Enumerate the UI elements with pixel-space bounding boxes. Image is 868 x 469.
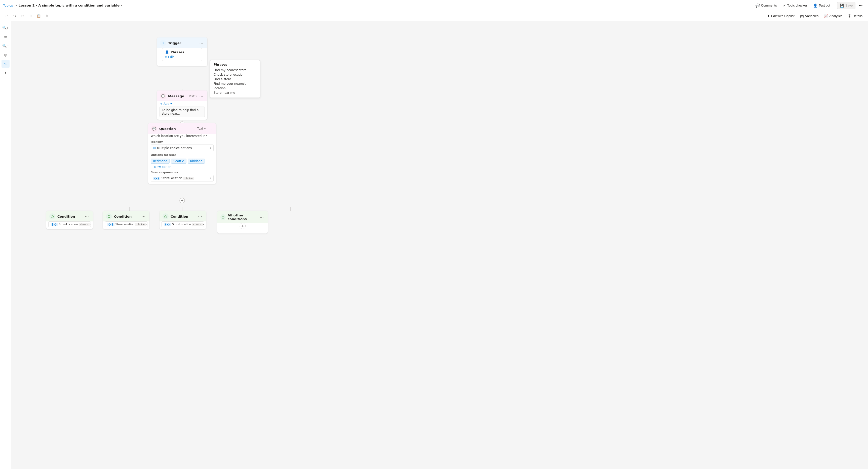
paste-button[interactable]: 📋 xyxy=(35,12,42,20)
save-response-chevron-right-icon: › xyxy=(210,176,211,180)
condition-node-3-row[interactable]: {x} StoreLocation choice › xyxy=(161,222,204,227)
svg-point-9 xyxy=(180,198,185,203)
new-option-button[interactable]: + New option xyxy=(151,165,214,169)
message-text-badge[interactable]: Text ▾ xyxy=(188,94,197,98)
zoom-in-button[interactable]: 🔍+ xyxy=(1,24,9,32)
message-add-button[interactable]: + Add ▾ xyxy=(159,101,205,107)
message-text-label: Text xyxy=(188,94,194,98)
identify-select-chevron-right-icon: › xyxy=(210,146,211,150)
all-other-node-title: All other conditions xyxy=(228,213,259,221)
all-other-conditions-node: ⬡ All other conditions ⋯ + xyxy=(217,211,268,234)
delete-button[interactable]: 🗑 xyxy=(43,12,50,20)
condition-2-icon: ⬡ xyxy=(106,213,112,220)
message-text-chevron-down-icon: ▾ xyxy=(195,95,197,98)
phrases-tooltip: Phrases Find my nearest store Check stor… xyxy=(210,60,260,98)
condition-node-1-header-left: ⬡ Condition xyxy=(49,213,75,220)
plus-icon: + xyxy=(160,102,162,106)
all-other-node-header-left: ⬡ All other conditions xyxy=(220,213,259,221)
condition-node-2-row[interactable]: {x} StoreLocation choice › xyxy=(105,222,148,227)
trigger-node-menu-button[interactable]: ⋯ xyxy=(198,40,204,46)
copilot-icon: ✦ xyxy=(767,14,770,18)
question-text-badge[interactable]: Text ▾ xyxy=(197,127,206,130)
all-other-node-menu-button[interactable]: ⋯ xyxy=(259,214,265,220)
top-bar-actions: 💬 Comments ✓ Topic checker 👤 Test bot 💾 … xyxy=(753,2,865,9)
phrases-tooltip-title: Phrases xyxy=(214,63,256,66)
condition-node-3: ⬡ Condition ⋯ {x} StoreLocation choice › xyxy=(159,211,206,229)
condition-node-3-menu-button[interactable]: ⋯ xyxy=(197,214,203,220)
option-chip-seattle[interactable]: Seattle xyxy=(171,159,186,164)
topic-checker-button[interactable]: ✓ Topic checker xyxy=(780,2,810,9)
condition-choice-badge-3: choice xyxy=(192,223,203,226)
condition-var-icon-2: {x} xyxy=(107,223,115,226)
zoom-out-icon: 🔍− xyxy=(2,44,8,48)
var-name: StoreLocation xyxy=(161,176,182,180)
condition-choice-badge-1: choice xyxy=(79,223,89,226)
sparkle-button[interactable]: ✦ xyxy=(1,69,9,77)
variables-label: Variables xyxy=(805,14,818,18)
condition-node-2-menu-button[interactable]: ⋯ xyxy=(141,214,147,220)
map-icon: ◎ xyxy=(4,53,7,57)
zoom-out-button[interactable]: 🔍− xyxy=(1,42,9,50)
condition-row-2-chevron-right-icon: › xyxy=(146,223,147,226)
svg-text:+: + xyxy=(181,198,184,202)
new-option-plus-icon: + xyxy=(151,165,153,169)
var-badge: {x} StoreLocation choice xyxy=(153,176,194,180)
details-button[interactable]: ⓘ Details xyxy=(845,12,865,20)
question-node-body: Which location are you interested in? Id… xyxy=(148,134,216,184)
second-toolbar: ↩ ↪ ✂ ⎘ 📋 🗑 ✦ Edit with Copilot {x} Vari… xyxy=(0,11,868,21)
all-other-add-button[interactable]: + xyxy=(240,223,246,229)
question-node-header-left: 💬 Question xyxy=(151,126,176,132)
save-button[interactable]: 💾 Save xyxy=(837,2,856,9)
redo-button[interactable]: ↪ xyxy=(11,12,18,20)
connections-svg: + + + xyxy=(11,21,565,423)
cursor-tool-button[interactable]: ↖ xyxy=(1,60,9,68)
more-button[interactable]: ••• xyxy=(857,2,865,8)
message-node-header-left: 💬 Message xyxy=(160,93,184,99)
map-button[interactable]: ◎ xyxy=(1,51,9,59)
condition-node-1-menu-button[interactable]: ⋯ xyxy=(84,214,90,220)
crosshair-button[interactable]: ⊕ xyxy=(1,33,9,41)
save-response-label: Save response as xyxy=(151,171,214,174)
copy-button[interactable]: ⎘ xyxy=(27,12,34,20)
edit-tools: ↩ ↪ ✂ ⎘ 📋 🗑 xyxy=(3,12,50,20)
phrases-edit-link[interactable]: ✏ Edit xyxy=(165,55,199,59)
phrase-2: Check store location xyxy=(214,72,256,77)
analytics-label: Analytics xyxy=(829,14,842,18)
test-bot-button[interactable]: 👤 Test bot xyxy=(811,2,833,9)
question-node-title: Question xyxy=(159,127,176,131)
identify-select[interactable]: ⊞ Multiple choice options › xyxy=(151,144,214,151)
comments-button[interactable]: 💬 Comments xyxy=(753,2,779,9)
edit-copilot-button[interactable]: ✦ Edit with Copilot xyxy=(765,13,797,19)
all-other-icon: ⬡ xyxy=(220,214,226,220)
topic-title-chevron-down-icon[interactable]: ▾ xyxy=(121,4,123,7)
question-node-menu-button[interactable]: ⋯ xyxy=(207,126,213,132)
canvas[interactable]: + + + ⚡ Trigger xyxy=(11,21,868,469)
condition-var-icon-3: {x} xyxy=(164,223,171,226)
option-chip-redmond[interactable]: Redmond xyxy=(151,159,169,164)
save-response-select[interactable]: {x} StoreLocation choice › xyxy=(151,175,214,181)
topic-checker-label: Topic checker xyxy=(787,3,807,7)
message-text-box[interactable]: I'd be glad to help find a store near... xyxy=(159,107,205,117)
cut-button[interactable]: ✂ xyxy=(19,12,26,20)
message-node: 💬 Message Text ▾ ⋯ + Add ▾ xyxy=(157,91,207,120)
analytics-button[interactable]: 📈 Analytics xyxy=(822,13,845,19)
test-bot-icon: 👤 xyxy=(813,3,817,7)
condition-node-2: ⬡ Condition ⋯ {x} StoreLocation choice › xyxy=(103,211,150,229)
condition-node-1: ⬡ Condition ⋯ {x} StoreLocation choice › xyxy=(46,211,93,229)
condition-node-2-title: Condition xyxy=(114,215,132,219)
option-chip-kirkland[interactable]: Kirkland xyxy=(188,159,205,164)
topics-breadcrumb[interactable]: Topics xyxy=(3,3,13,7)
message-node-menu-button[interactable]: ⋯ xyxy=(198,93,204,99)
sparkle-icon: ✦ xyxy=(4,71,7,75)
trigger-node-body: 👤 Phrases ✏ Edit xyxy=(157,48,207,66)
condition-node-1-row[interactable]: {x} StoreLocation choice › xyxy=(48,222,91,227)
question-icon: 💬 xyxy=(151,126,157,132)
edit-copilot-label: Edit with Copilot xyxy=(771,14,795,18)
save-label: Save xyxy=(845,3,853,7)
undo-button[interactable]: ↩ xyxy=(3,12,10,20)
condition-row-3-chevron-right-icon: › xyxy=(203,223,204,226)
choice-badge: choice xyxy=(183,177,194,180)
trigger-node-title: Trigger xyxy=(168,41,181,45)
variables-button[interactable]: {x} Variables xyxy=(798,13,821,19)
identify-select-left: ⊞ Multiple choice options xyxy=(153,146,192,150)
